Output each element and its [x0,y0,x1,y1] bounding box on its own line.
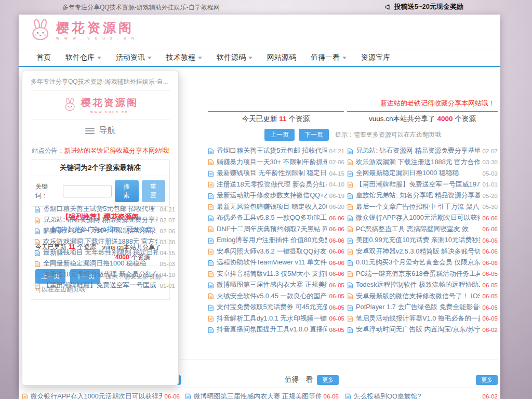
next-page-button[interactable]: 下一页 [299,129,329,141]
resource-list-item[interactable]: 安卓最新版的微信支持修改微信号了！ IOS版 06-05 [347,291,498,302]
resource-list-item[interactable]: 安卓闪照大师v3.6.2 一键提取QQ好友发的闪照 06-06 [208,246,344,258]
resource-list-item[interactable]: 皇族馆兄弟站: 知名分享吧 精品资源分享基地 05-20 [347,190,498,202]
resource-list-item[interactable]: 最新赚钱项目 无年龄性别限制 稳定日撸300+ 04-15 [208,168,344,179]
resource-date: 03-30 [483,159,498,165]
nav-item-label: 网站源码 [267,53,296,62]
resource-title: 远程协助软件TeamViewer v11 单文件版 方便 [217,258,327,267]
resource-list-item[interactable]: 抖音直播间氛围提升工具v1.0.0 直播间自动发 06-05 [208,324,344,336]
reset-button[interactable]: 重置 [142,180,166,202]
site-logo[interactable]: 樱花资源阁 w w w . v u u s . c n [28,19,136,43]
resource-list-item[interactable]: 最新运动助手修改步数支持微信QQ+ZFB步数 06-19 [208,190,344,202]
file-icon [347,248,353,255]
resource-list-item[interactable]: 最新赚钱项目 无年龄性别限制 稳定日撸 04-15 [34,247,175,258]
resource-list-item[interactable]: 支付宝免费领取5元话费券 可45元充值三网50 06-05 [208,302,344,313]
resource-title: 布偶必备工具v5.8.5 一款QQ多功能工具软件 [217,214,327,222]
file-icon [208,193,214,199]
resource-list-item[interactable]: 最后一个文章广告位招租中 引千万流 聚八方 05-30 [347,202,498,213]
prev-page-button[interactable]: 上一页 [264,129,295,141]
resource-list-item[interactable]: 躺赚暴力项目一天30+ 不限制年龄抓录上车 02-06 [208,157,344,168]
site-slogan: 多年专注分享QQ技术资源-游戏辅助外挂娱乐-自学教程网 [62,3,220,12]
site-announcement: 新进站的老铁记得收藏分享本网站哦！ [380,99,495,108]
resource-title: 香烟口粮关善王试货5元包邮 招收代理 [43,205,157,214]
bottom-resource-item[interactable]: 怎么投稿到QQ皇族馆? 06-02 [345,391,498,399]
resource-title: 微博晒图第三届性感内衣大赛 正规美图等你欣赏 [217,281,327,289]
keyword-input[interactable] [63,185,112,197]
resource-list-item[interactable]: 笔启灵活动线报计算器V1.0 撸毛必备的一款软 06-05 [347,313,498,325]
site-header: 樱花资源阁 w w w . v u u s . c n [19,15,500,48]
resource-list-item[interactable]: 0.01元购买3个月爱奇艺黄金会员 仅限京东白 06-06 [347,257,498,269]
popup-nav-toggle[interactable]: 导航 [31,119,170,142]
more-button[interactable]: 更多 [476,375,498,385]
resource-list-item[interactable]: 香烟口粮关善王试货5元包邮 招收代理 04-21 [34,204,175,215]
resource-list-item[interactable]: 全网最新稳定漏洞日撸1000 稳稳稳 05-03 [347,168,498,179]
popup-logo[interactable]: 樱花资源阁 www.vuus.cn [31,91,170,119]
nav-item[interactable]: 值得一看 [311,53,347,62]
resource-date: 06-06 [329,237,344,244]
resource-list-item[interactable]: 注册送18元零投资做代理 新会员分红存 04-10 [34,269,175,280]
resource-date: 06-05 [483,271,498,277]
nav-item[interactable]: 首页 [36,53,51,62]
resource-list-item[interactable]: Emlog博客用户注册插件 价值80元免费分享 06-06 [208,235,344,246]
resource-list-item[interactable]: 抖音解析工具dy1.0.1 无水印视频一键解析软件 06-05 [208,313,344,325]
resource-date: 06-06 [483,237,498,244]
resource-list-item[interactable]: 微博晒图第三届性感内衣大赛 正规美图等你欣赏 06-05 [208,280,344,291]
resource-list-item[interactable]: DNF十二周年庆典预约领取7天黑钻 回归用户 06-06 [208,224,344,235]
search-button[interactable]: 搜索 [115,180,139,202]
popup-nav-label: 导航 [99,125,116,136]
file-icon [347,271,353,277]
resource-list-item[interactable]: 香烟口粮关善王试货5元包邮 招收代理 04-21 [208,145,344,157]
file-icon [208,293,214,299]
nav-item[interactable]: 资源宝库 [361,53,390,62]
desktop-background: 多年专注分享QQ技术资源-游戏辅助外挂娱乐-自学教程网 投稿送5~20元现金奖励 [0,0,532,399]
file-icon [208,248,214,255]
resource-list-item[interactable]: 全网最新稳定漏洞日撸1000 稳稳稳 05-03 [34,258,175,269]
resource-title: DNF十二周年庆典预约领取7天黑钻 回归用户 [217,225,327,234]
resource-title: 微博晒图第三届性感内衣大赛 正规美图等你欣赏 [194,392,321,399]
resource-date: 06-05 [329,327,344,333]
resource-title: 美团0.99元充值10元话费 亲测10元话费秒到 [356,236,480,245]
nav-item[interactable]: 技术教程 [166,53,202,62]
resource-list-item[interactable]: 【莆田潮牌鞋服】免费送空军一号匡威 01-01 [34,280,175,291]
nav-item[interactable]: 软件仓库 [65,53,101,62]
submission-reward-text: 投稿送5~20元现金奖励 [394,2,463,11]
resource-title: 香烟口粮关善王试货5元包邮 招收代理 [217,147,327,155]
total-shared-header: vuus.cn本站共分享了4000个资源 [347,111,498,126]
nav-item[interactable]: 活动资讯 [116,53,152,62]
more-button[interactable]: 更多 [317,375,339,385]
resource-list-item[interactable]: 【莆田潮牌鞋服】免费送空军一号匡威1970s 01-01 [347,179,498,191]
resource-list-item[interactable]: 欢乐游戏漏洞 下载注册送1888元 官方合 03-30 [34,236,175,247]
resource-date: 06-06 [329,248,344,255]
resource-list-item[interactable]: 安卓抖音精简版v11.3 仅5M大小 支持账号登录 06-06 [208,269,344,280]
resource-title: 抖音直播间氛围提升工具v1.0.0 直播间自动发 [217,325,327,334]
resource-list-item[interactable]: 欢乐游戏漏洞 下载注册送1888元 官方合作 03-30 [347,157,498,168]
resource-list-item[interactable]: 兄弟站: 钻石资源网 精品资源免费分享基地 02-07 [347,145,498,157]
file-icon [208,271,214,277]
resource-list-item[interactable]: 安卓浮动时间无广告版 内置淘宝/京东/苏宁/拼 06-02 [347,324,498,336]
resource-title: 欢乐游戏漏洞 下载注册送1888元 官方合作 [356,158,480,167]
resource-title: 安卓双开神器v2.5.3.0精简版 解决多账号切换 [356,247,480,256]
resource-list-item[interactable]: PotPlayer 1.7 去广告绿色版 免费全能影音播 06-05 [347,302,498,313]
resource-list-item[interactable]: 微众银行APP存入1000元活期次日可以获得无 06-06 [347,212,498,224]
resource-list-item[interactable]: 美团0.99元充值10元话费 亲测10元话费秒到 06-06 [347,235,498,246]
bottom-resource-item[interactable]: 微博晒图第三届性感内衣大赛 正规美图等你欣赏 06-05 [185,391,339,399]
resource-list-item[interactable]: 最新无风险包赔赚钱项目 稳定收入200-500元 06-20 [208,202,344,213]
nav-item-label: 软件仓库 [65,53,95,62]
resource-list-item[interactable]: 安卓双开神器v2.5.3.0精简版 解决多账号切换 06-06 [347,246,498,258]
file-icon [347,193,353,199]
file-icon [34,239,41,245]
resource-list-item[interactable]: PC恶搞整蛊工具 恶搞隔壁同寝室友 效 06-06 [347,224,498,235]
nav-item[interactable]: 软件源码 [217,53,252,62]
mobile-preview-popup: 多年专注分享QQ技术资源-游戏辅助外挂娱乐-自... 樱花资源阁 www.vuu… [22,71,179,385]
resource-list-item[interactable]: PC端一键充值京东618叠蛋糕活动任务工具 06-05 [347,269,498,280]
resource-list-item[interactable]: Todesk远程控制软件 极致流畅的远程协助工具 06-05 [347,280,498,291]
worth-a-look-title: 值得一看 [285,375,313,384]
resource-list-item[interactable]: 远程协助软件TeamViewer v11 单文件版 方便 06-06 [208,257,344,269]
resource-list-item[interactable]: 躺赚暴力项目一天30+ 不限制年龄抓录上 02-06 [34,225,175,236]
resource-list-item[interactable]: 注册送18元零投资做代理 新会员分红存1000 04-10 [208,179,344,191]
nav-item[interactable]: 网站源码 [267,53,296,62]
resource-date: 06-06 [483,226,498,232]
bottom-resource-item[interactable]: 微众银行APP存入1000元活期次日可以获得无门 06-06 [22,391,180,399]
resource-list-item[interactable]: 布偶必备工具v5.8.5 一款QQ多功能工具软件 06-06 [208,212,344,224]
resource-list-item[interactable]: 兄弟站: 钻石资源网 精品资源免费分享基 02-07 [34,215,175,225]
resource-list-item[interactable]: 火绒安全软件v5.0.45 一款良心的国产安全软件 06-05 [208,291,344,302]
